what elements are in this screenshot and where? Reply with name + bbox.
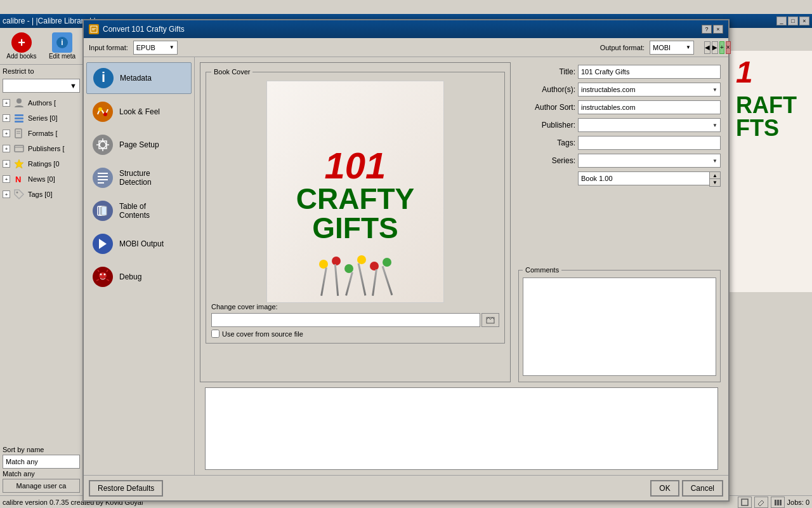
book-num-spinner: ▲ ▼ bbox=[709, 171, 721, 187]
formats-label: Formats [ bbox=[28, 130, 57, 137]
book-num-input[interactable] bbox=[578, 171, 709, 185]
cover-checkbox-row: Use cover from source file bbox=[211, 330, 499, 338]
ratings-icon bbox=[13, 157, 25, 170]
book-num-down[interactable]: ▼ bbox=[710, 179, 720, 186]
add-books-button[interactable]: + Add books bbox=[3, 30, 41, 62]
match-input[interactable] bbox=[3, 455, 80, 469]
sidebar-item-ratings[interactable]: + Ratings [0 bbox=[0, 156, 82, 171]
book-cover-image: 101 CRAFTY GIFTS bbox=[266, 81, 444, 303]
svg-point-43 bbox=[100, 274, 102, 276]
bg-book-crafty: RAFT bbox=[730, 94, 812, 117]
dialog-help-btn[interactable]: ? bbox=[702, 25, 712, 34]
publisher-select[interactable]: ▼ bbox=[578, 118, 721, 132]
comments-textarea[interactable] bbox=[523, 277, 716, 376]
cancel-button[interactable]: Cancel bbox=[682, 480, 723, 497]
sidebar-item-formats[interactable]: + Formats [ bbox=[0, 126, 82, 141]
debug-label: Debug bbox=[119, 272, 141, 281]
bg-book-gifts: FTS bbox=[730, 117, 812, 140]
structure-label-container: Structure Detection bbox=[119, 169, 152, 187]
nav-item-mobi[interactable]: MOBI Output bbox=[86, 229, 192, 259]
authors-select[interactable]: instructables.com ▼ bbox=[578, 83, 721, 97]
restore-defaults-button[interactable]: Restore Defaults bbox=[89, 480, 163, 497]
svg-point-30 bbox=[93, 168, 113, 188]
sidebar-item-series[interactable]: + Series [0] bbox=[0, 110, 82, 126]
publisher-label: Publisher: bbox=[518, 121, 575, 130]
dialog-title-content: Convert 101 Crafty Gifts bbox=[89, 24, 185, 34]
add-books-label: Add books bbox=[6, 53, 36, 60]
expand-icon[interactable]: + bbox=[3, 130, 10, 137]
publishers-label: Publishers [ bbox=[28, 145, 64, 152]
input-format-select[interactable]: EPUB ▼ bbox=[133, 41, 178, 55]
nav-item-debug[interactable]: Debug bbox=[86, 262, 192, 292]
nav-item-metadata[interactable]: i Metadata bbox=[86, 62, 192, 94]
close-btn[interactable]: × bbox=[799, 17, 809, 25]
nav-item-structure[interactable]: Structure Detection bbox=[86, 163, 192, 193]
add-nav-arrow[interactable]: + bbox=[719, 41, 724, 54]
ok-label: OK bbox=[659, 484, 670, 493]
title-input[interactable] bbox=[578, 65, 721, 79]
authors-arrow: ▼ bbox=[712, 87, 717, 93]
dialog-close-btn[interactable]: × bbox=[713, 25, 723, 34]
nav-item-toc[interactable]: Table of Contents bbox=[86, 196, 192, 226]
pin-6 bbox=[383, 258, 391, 296]
svg-rect-17 bbox=[780, 500, 782, 505]
output-format-arrow: ▼ bbox=[686, 44, 691, 50]
output-format-select[interactable]: MOBI ▼ bbox=[650, 41, 694, 55]
sidebar-item-publishers[interactable]: + Publishers [ bbox=[0, 141, 82, 156]
expand-icon[interactable]: + bbox=[3, 99, 10, 107]
author-sort-row: Author Sort: bbox=[518, 100, 721, 114]
nav-item-look-feel[interactable]: Look & Feel bbox=[86, 97, 192, 127]
cover-pins bbox=[267, 255, 443, 296]
metadata-label: Metadata bbox=[120, 74, 152, 83]
manage-user-button[interactable]: Manage user ca bbox=[3, 479, 80, 493]
expand-icon[interactable]: + bbox=[3, 175, 10, 183]
book-num-container: ▲ ▼ bbox=[578, 171, 721, 187]
use-source-cover-checkbox[interactable] bbox=[211, 330, 219, 338]
nav-item-page-setup[interactable]: Page Setup bbox=[86, 130, 192, 160]
back-nav-arrow[interactable]: ◀ bbox=[704, 41, 710, 54]
sidebar-item-tags[interactable]: + Tags [0] bbox=[0, 187, 82, 202]
expand-icon[interactable]: + bbox=[3, 145, 10, 152]
cover-browse-button[interactable] bbox=[481, 313, 499, 327]
page-setup-icon bbox=[91, 133, 114, 156]
mobi-icon bbox=[91, 232, 114, 255]
edit-icon[interactable] bbox=[754, 497, 768, 508]
expand-icon[interactable]: + bbox=[3, 114, 10, 122]
output-format-value: MOBI bbox=[653, 44, 671, 51]
ok-button[interactable]: OK bbox=[650, 480, 679, 497]
svg-text:N: N bbox=[15, 175, 21, 184]
svg-marker-11 bbox=[15, 159, 23, 168]
maximize-btn[interactable]: □ bbox=[788, 17, 798, 25]
log-area bbox=[205, 387, 718, 470]
authors-row: Author(s): instructables.com ▼ bbox=[518, 83, 721, 97]
dialog-body: i Metadata Look & Feel bbox=[84, 57, 728, 475]
minimize-btn[interactable]: _ bbox=[776, 17, 787, 25]
nav-arrows: ◀ ▶ + × bbox=[704, 41, 723, 54]
expand-icon[interactable]: + bbox=[3, 190, 10, 198]
input-format-select-container: EPUB ▼ bbox=[133, 41, 178, 55]
book-num-up[interactable]: ▲ bbox=[710, 172, 720, 179]
expand-icon[interactable]: + bbox=[3, 160, 10, 168]
forward-nav-arrow[interactable]: ▶ bbox=[712, 41, 718, 54]
remove-nav-arrow[interactable]: × bbox=[726, 41, 731, 54]
svg-point-42 bbox=[99, 272, 107, 279]
svg-point-23 bbox=[103, 112, 107, 116]
edit-meta-button[interactable]: i Edit meta bbox=[43, 30, 81, 62]
cancel-label: Cancel bbox=[691, 484, 714, 493]
dialog-toolbar: Input format: EPUB ▼ Output format: MOBI… bbox=[84, 38, 728, 57]
tags-input[interactable] bbox=[578, 136, 721, 150]
series-select[interactable]: ▼ bbox=[578, 154, 721, 168]
pin-5 bbox=[370, 262, 379, 296]
sidebar-item-authors[interactable]: + Authors [ bbox=[0, 95, 82, 110]
dialog-title-icons: ? × bbox=[702, 25, 723, 34]
library-icon[interactable] bbox=[771, 497, 785, 508]
books-icon[interactable] bbox=[738, 497, 752, 508]
cover-change-input[interactable] bbox=[211, 313, 480, 327]
author-sort-input[interactable] bbox=[578, 100, 721, 114]
edit-meta-label: Edit meta bbox=[49, 53, 75, 60]
footer-right: OK Cancel bbox=[650, 480, 723, 497]
restrict-dropdown[interactable]: ▼ bbox=[3, 79, 80, 93]
sidebar-item-news[interactable]: + N News [0] bbox=[0, 171, 82, 187]
svg-point-13 bbox=[16, 192, 18, 194]
debug-icon bbox=[91, 265, 114, 288]
